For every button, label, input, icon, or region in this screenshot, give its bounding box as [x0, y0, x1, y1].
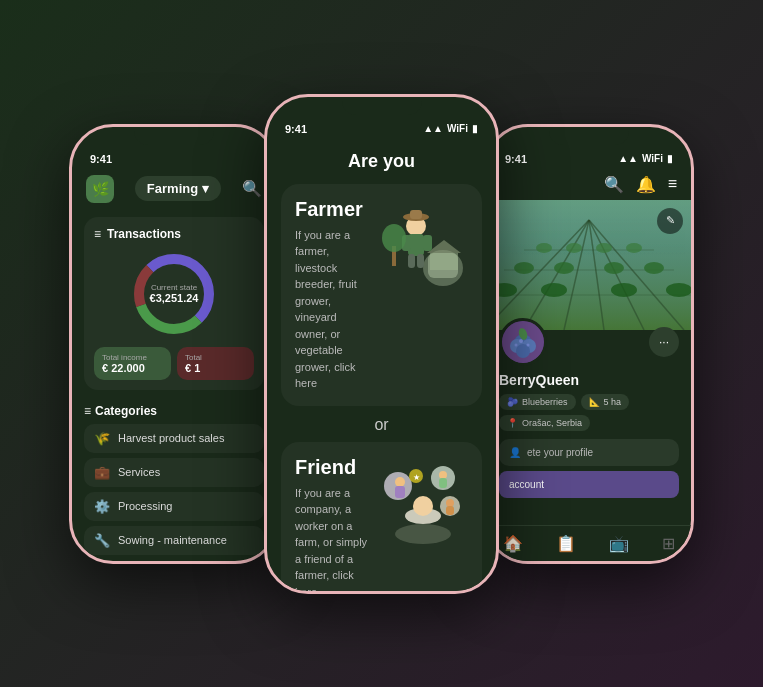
- farmer-desc: If you are a farmer, livestock breeder, …: [295, 227, 368, 392]
- farm-cover-image: ✎: [487, 200, 691, 330]
- svg-rect-29: [446, 506, 454, 515]
- categories-section: ≡ Categories 🌾 Harvest product sales 💼 S…: [72, 398, 276, 564]
- svg-point-49: [644, 262, 664, 274]
- account-button[interactable]: account: [499, 471, 679, 498]
- center-title: Are you: [267, 139, 496, 184]
- category-sowing[interactable]: 🔧 Sowing - maintenance: [84, 526, 264, 555]
- donut-chart: Current state €3,251.24: [94, 249, 254, 339]
- svg-point-20: [413, 496, 433, 516]
- total-expense-box: Total € 1: [177, 347, 254, 380]
- svg-point-43: [566, 243, 582, 253]
- left-status-bar: 9:41: [72, 145, 276, 169]
- blueberries-tag[interactable]: 🫐 Blueberries: [499, 394, 576, 410]
- farmer-title: Farmer: [295, 198, 368, 221]
- profile-row: ···: [499, 318, 679, 366]
- more-dots-icon: ···: [659, 335, 669, 349]
- right-bell-icon[interactable]: 🔔: [636, 175, 656, 194]
- transactions-section: ≡ Transactions Current state €3,251.24: [84, 217, 264, 390]
- battery-icon: ▮: [472, 123, 478, 134]
- category-harvest[interactable]: 🌾 Harvest product sales: [84, 424, 264, 453]
- right-battery-icon: ▮: [667, 153, 673, 164]
- donut-center: Current state €3,251.24: [150, 283, 199, 304]
- center-time: 9:41: [285, 123, 307, 135]
- nav-tv-icon[interactable]: 📺: [609, 534, 629, 553]
- total-income-box: Total income € 22.000: [94, 347, 171, 380]
- friend-illustration: ★: [378, 456, 468, 546]
- svg-point-28: [446, 499, 454, 507]
- complete-profile-icon: 👤: [509, 447, 521, 458]
- svg-point-47: [554, 262, 574, 274]
- right-menu-icon[interactable]: ≡: [668, 175, 677, 193]
- svg-marker-6: [430, 253, 458, 270]
- complete-profile-row[interactable]: 👤 ete your profile: [499, 439, 679, 466]
- center-status-bar: 9:41 ▲▲ WiFi ▮: [267, 115, 496, 139]
- location-tag[interactable]: 📍 Orašac, Serbia: [499, 415, 590, 431]
- services-icon: 💼: [94, 465, 110, 480]
- blueberries-icon: 🫐: [507, 397, 518, 407]
- farmer-illustration: [378, 198, 468, 288]
- right-wifi-icon: WiFi: [642, 153, 663, 164]
- svg-point-51: [541, 283, 567, 297]
- more-options-button[interactable]: ···: [649, 327, 679, 357]
- friend-desc: If you are a company, a worker on a farm…: [295, 485, 368, 594]
- svg-marker-7: [427, 240, 461, 253]
- svg-text:★: ★: [413, 473, 420, 482]
- categories-icon: ≡: [84, 404, 91, 418]
- svg-point-18: [395, 524, 451, 544]
- app-logo[interactable]: 🌿: [86, 175, 114, 203]
- friend-card[interactable]: Friend If you are a company, a worker on…: [281, 442, 482, 594]
- location-icon: 📍: [507, 418, 518, 428]
- svg-point-17: [382, 224, 406, 252]
- category-services[interactable]: 💼 Services: [84, 458, 264, 487]
- right-header: 🔍 🔔 ≡: [487, 169, 691, 200]
- svg-point-52: [611, 283, 637, 297]
- processing-icon: ⚙️: [94, 499, 110, 514]
- nav-grid-icon[interactable]: ⊞: [662, 534, 675, 553]
- right-time: 9:41: [505, 153, 527, 165]
- tags-row: 🫐 Blueberries 📐 5 ha 📍 Orašac, Serbia: [499, 394, 679, 431]
- profile-section: ··· BerryQueen 🫐 Blueberries 📐 5 ha 📍: [487, 330, 691, 511]
- right-signal-icon: ▲▲: [618, 153, 638, 164]
- farming-label: Farming: [147, 181, 198, 196]
- left-phone: 9:41 🌿 Farming ▾ 🔍 ≡ Transactions: [69, 124, 279, 564]
- area-tag[interactable]: 📐 5 ha: [581, 394, 630, 410]
- left-notch: [134, 127, 214, 145]
- svg-rect-12: [408, 254, 415, 268]
- search-icon[interactable]: 🔍: [242, 179, 262, 198]
- left-phone-content: 🌿 Farming ▾ 🔍 ≡ Transactions: [72, 169, 276, 564]
- category-processing[interactable]: ⚙️ Processing: [84, 492, 264, 521]
- profile-actions: 👤 ete your profile account: [499, 439, 679, 498]
- right-notch: [549, 127, 629, 145]
- edit-cover-button[interactable]: ✎: [657, 208, 683, 234]
- right-phone-content: 🔍 🔔 ≡: [487, 169, 691, 564]
- friend-text: Friend If you are a company, a worker on…: [295, 456, 368, 594]
- svg-rect-23: [395, 486, 405, 498]
- svg-point-25: [439, 471, 447, 479]
- center-status-icons: ▲▲ WiFi ▮: [423, 123, 478, 134]
- svg-rect-11: [423, 235, 432, 251]
- farming-selector[interactable]: Farming ▾: [135, 176, 221, 201]
- nav-list-icon[interactable]: 📋: [556, 534, 576, 553]
- nav-home-icon[interactable]: 🏠: [503, 534, 523, 553]
- center-phone: 9:41 ▲▲ WiFi ▮ Are you Farmer If you are…: [264, 94, 499, 594]
- svg-rect-13: [417, 254, 424, 268]
- harvest-icon: 🌾: [94, 431, 110, 446]
- svg-point-44: [596, 243, 612, 253]
- right-search-icon[interactable]: 🔍: [604, 175, 624, 194]
- profile-avatar: [499, 318, 547, 366]
- sowing-icon: 🔧: [94, 533, 110, 548]
- svg-point-60: [515, 343, 518, 346]
- signal-icon: ▲▲: [423, 123, 443, 134]
- edit-icon: ✎: [666, 214, 675, 227]
- friend-title: Friend: [295, 456, 368, 479]
- or-divider: or: [267, 406, 496, 442]
- svg-point-45: [626, 243, 642, 253]
- income-row: Total income € 22.000 Total € 1: [94, 347, 254, 380]
- right-status-bar: 9:41 ▲▲ WiFi ▮: [487, 145, 691, 169]
- farmer-card[interactable]: Farmer If you are a farmer, livestock br…: [281, 184, 482, 406]
- svg-rect-15: [410, 210, 422, 219]
- profile-name: BerryQueen: [499, 372, 679, 388]
- wifi-icon: WiFi: [447, 123, 468, 134]
- svg-point-48: [604, 262, 624, 274]
- phones-container: 9:41 🌿 Farming ▾ 🔍 ≡ Transactions: [69, 94, 694, 594]
